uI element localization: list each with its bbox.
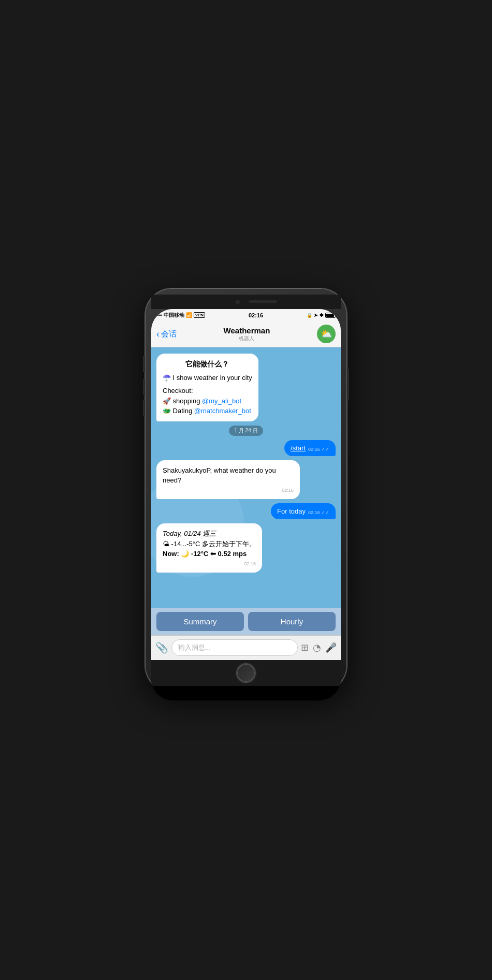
battery-fill	[326, 314, 334, 317]
bot-avatar[interactable]: ⛅	[317, 325, 336, 343]
bot-intro-line2: 🚀 shopping @my_ali_bot	[163, 396, 252, 406]
bot-intro-title: 它能做什么？	[163, 359, 252, 370]
ali-bot-link[interactable]: @my_ali_bot	[202, 397, 241, 405]
chevron-left-icon: ‹	[156, 329, 160, 339]
fortoday-time: 02:16 ✓✓	[308, 510, 329, 515]
bot-message-intro: 它能做什么？ ☂️ I show weather in your city Ch…	[156, 354, 258, 421]
bot-message-question: ShakuyakukyoP, what weather do you need?…	[156, 460, 300, 500]
location-icon: ➤	[314, 313, 318, 318]
avatar-icon: ⛅	[321, 328, 332, 340]
bot-question-text: ShakuyakukyoP, what weather do you need?	[163, 465, 294, 486]
weather-temp-range: 🌤 -14...-5°C 多云开始于下午。	[163, 539, 256, 549]
bot-question-time: 02:16	[163, 487, 294, 494]
signal-bars: ▪▪▪	[156, 312, 162, 318]
phone-frame: ▪▪▪ 中国移动 📶 VPN 02:16 🔒 ➤ ✱	[145, 288, 347, 692]
home-button[interactable]	[236, 663, 256, 683]
date-separator: 1 月 24 日	[229, 426, 263, 436]
start-time: 02:16 ✓✓	[308, 447, 329, 452]
user-message-fortoday: For today 02:16 ✓✓	[271, 503, 336, 519]
status-left: ▪▪▪ 中国移动 📶 VPN	[156, 312, 205, 319]
input-icons: ⊞ ◔ 🎤	[301, 642, 337, 653]
bot-intro-checkout: Checkout:	[163, 386, 252, 396]
matchmaker-link[interactable]: @matchmaker_bot	[194, 407, 251, 415]
tick-start: ✓✓	[321, 447, 329, 452]
camera-dot	[236, 300, 240, 304]
attach-icon[interactable]: 📎	[155, 641, 168, 654]
lock-icon: 🔒	[307, 313, 312, 318]
back-label: 会话	[161, 329, 177, 339]
status-time: 02:16	[249, 312, 263, 318]
chat-area[interactable]: 它能做什么？ ☂️ I show weather in your city Ch…	[151, 347, 341, 608]
quick-replies-bar: Summary Hourly	[151, 608, 341, 635]
for-today-text: For today	[277, 507, 306, 515]
wifi-icon: 📶	[186, 312, 192, 318]
weather-time: 02:16	[163, 561, 256, 568]
hourly-button[interactable]: Hourly	[248, 612, 336, 631]
nav-title: Weatherman	[224, 326, 270, 335]
screen: ▪▪▪ 中国移动 📶 VPN 02:16 🔒 ➤ ✱	[151, 309, 341, 660]
nav-subtitle: 机器人	[239, 335, 254, 342]
carrier-label: 中国移动	[164, 312, 184, 319]
mic-icon[interactable]: 🎤	[325, 642, 337, 653]
nav-title-block: Weatherman 机器人	[224, 326, 270, 342]
tick-fortoday: ✓✓	[321, 510, 329, 515]
nav-header: ‹ 会话 Weatherman 机器人 ⛅	[151, 321, 341, 347]
vpn-badge: VPN	[194, 312, 205, 318]
battery-icon	[325, 313, 336, 318]
emoji-icon[interactable]: ◔	[313, 642, 321, 653]
bot-message-weather: Today, 01/24 週三 🌤 -14...-5°C 多云开始于下午。 No…	[156, 523, 262, 573]
status-bar: ▪▪▪ 中国移动 📶 VPN 02:16 🔒 ➤ ✱	[151, 309, 341, 321]
summary-button[interactable]: Summary	[156, 612, 244, 631]
input-placeholder: 输入消息...	[178, 643, 211, 652]
speaker-bar	[249, 300, 277, 303]
user-message-start: /start 02:16 ✓✓	[284, 440, 336, 456]
bot-intro-line1: ☂️ I show weather in your city	[163, 373, 252, 383]
bluetooth-icon: ✱	[320, 313, 324, 318]
home-bar	[151, 660, 341, 686]
sticker-icon[interactable]: ⊞	[301, 642, 309, 653]
bot-intro-line3: 🐲 Dating @matchmaker_bot	[163, 406, 252, 416]
status-right: 🔒 ➤ ✱	[307, 313, 336, 318]
input-bar: 📎 输入消息... ⊞ ◔ 🎤	[151, 635, 341, 660]
phone-top-bar	[151, 295, 341, 309]
weather-date-line: Today, 01/24 週三	[163, 529, 256, 539]
phone-inner: ▪▪▪ 中国移动 📶 VPN 02:16 🔒 ➤ ✱	[151, 309, 341, 700]
message-input-field[interactable]: 输入消息...	[171, 639, 298, 656]
back-button[interactable]: ‹ 会话	[156, 329, 177, 339]
start-command: /start	[291, 444, 306, 452]
weather-now-line: Now: 🌙 -12°C ⬅ 0.52 mps	[163, 549, 256, 559]
